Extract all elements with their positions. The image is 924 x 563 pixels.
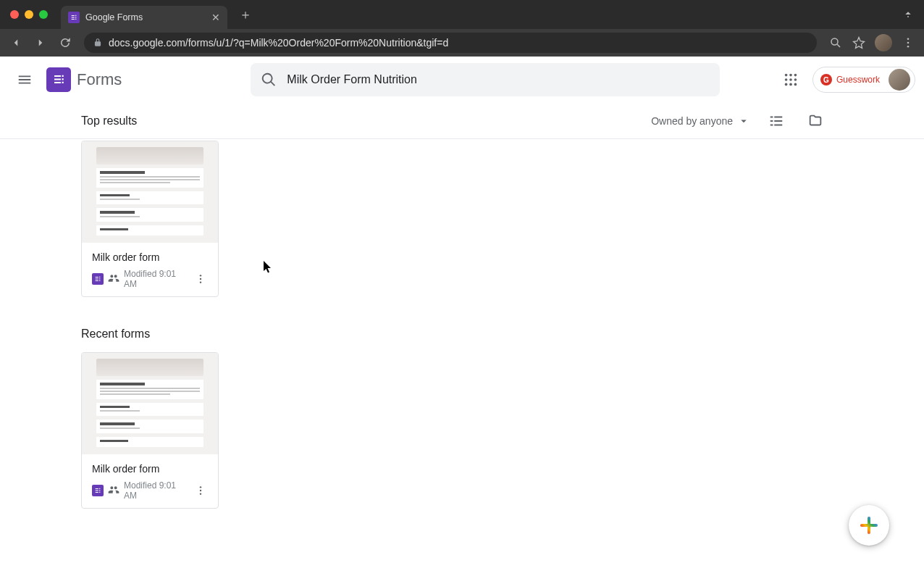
owned-by-dropdown[interactable]: Owned by anyone	[651, 114, 750, 128]
card-title: Milk order form	[92, 463, 208, 475]
forms-file-icon	[92, 273, 104, 285]
main-menu-button[interactable]	[9, 64, 41, 96]
card-thumbnail	[82, 141, 218, 243]
top-results-grid: Milk order form Modified 9:01 AM	[81, 141, 843, 297]
back-button[interactable]	[6, 33, 26, 53]
open-file-picker-button[interactable]	[802, 108, 828, 134]
svg-point-1	[831, 38, 838, 45]
tab-title: Google Forms	[85, 12, 206, 22]
lock-icon	[93, 38, 103, 48]
list-view-button[interactable]	[763, 108, 789, 134]
svg-point-18	[200, 490, 201, 491]
chevron-down-icon	[737, 114, 750, 128]
forms-file-icon	[92, 485, 104, 496]
browser-profile-avatar[interactable]	[875, 34, 892, 51]
maximize-window-button[interactable]	[39, 10, 48, 19]
browser-tab[interactable]: Google Forms ✕	[61, 6, 227, 29]
browser-chrome: Google Forms ✕ ＋ docs.google.com/forms/u…	[0, 0, 924, 57]
reload-button[interactable]	[55, 33, 75, 53]
svg-point-11	[785, 83, 788, 86]
svg-point-6	[789, 74, 792, 77]
minimize-window-button[interactable]	[25, 10, 33, 19]
zoom-icon[interactable]	[826, 33, 846, 53]
card-meta: Modified 9:01 AM	[92, 480, 208, 501]
card-info: Milk order form Modified 9:01 AM	[82, 454, 218, 508]
search-icon	[261, 72, 277, 88]
forms-logo-icon	[46, 67, 71, 92]
user-avatar[interactable]	[889, 69, 910, 91]
svg-point-4	[907, 46, 910, 48]
svg-point-14	[200, 275, 201, 276]
close-tab-icon[interactable]: ✕	[211, 12, 220, 23]
forms-logo[interactable]: Forms	[46, 67, 122, 92]
svg-point-17	[200, 486, 201, 488]
card-modified: Modified 9:01 AM	[124, 269, 189, 289]
content-area: Milk order form Modified 9:01 AM Recent …	[0, 139, 924, 563]
address-bar-actions	[826, 33, 918, 53]
url-field[interactable]: docs.google.com/forms/u/1/?q=Milk%20Orde…	[84, 33, 817, 53]
recent-forms-title: Recent forms	[81, 328, 843, 341]
results-toolbar: Top results Owned by anyone	[0, 103, 924, 139]
new-tab-button[interactable]: ＋	[239, 6, 252, 23]
window-controls	[10, 10, 48, 19]
app-name: Forms	[77, 70, 122, 89]
svg-point-15	[200, 278, 201, 280]
shared-icon	[108, 484, 119, 498]
svg-point-0	[907, 16, 909, 17]
owned-by-label: Owned by anyone	[651, 115, 733, 127]
svg-point-7	[794, 74, 797, 77]
form-card[interactable]: Milk order form Modified 9:01 AM	[81, 141, 219, 297]
card-title: Milk order form	[92, 251, 208, 263]
shared-icon	[108, 272, 119, 286]
url-text: docs.google.com/forms/u/1/?q=Milk%20Orde…	[109, 37, 448, 49]
svg-point-3	[907, 42, 910, 44]
card-meta: Modified 9:01 AM	[92, 269, 208, 289]
svg-point-13	[794, 83, 797, 86]
tab-strip: Google Forms ✕ ＋	[0, 0, 924, 29]
svg-point-10	[794, 78, 797, 81]
forward-button[interactable]	[30, 33, 51, 53]
svg-point-12	[789, 83, 792, 86]
guesswork-badge-icon: G	[820, 74, 832, 86]
search-box[interactable]	[251, 63, 720, 96]
search-wrap	[251, 63, 720, 96]
card-info: Milk order form Modified 9:01 AM	[82, 243, 218, 296]
card-menu-button[interactable]	[193, 483, 208, 498]
header-right: G Guesswork	[775, 64, 915, 96]
close-window-button[interactable]	[10, 10, 19, 19]
google-apps-button[interactable]	[775, 64, 807, 96]
top-results-title: Top results	[81, 114, 137, 128]
create-form-fab[interactable]	[849, 505, 889, 546]
card-menu-button[interactable]	[193, 272, 208, 286]
account-chip[interactable]: G Guesswork	[812, 67, 915, 93]
browser-menu-icon[interactable]	[898, 33, 918, 53]
tab-overflow-icon[interactable]	[898, 4, 918, 25]
svg-point-19	[200, 493, 201, 494]
card-thumbnail	[82, 353, 218, 454]
svg-point-8	[785, 78, 788, 81]
address-bar: docs.google.com/forms/u/1/?q=Milk%20Orde…	[0, 29, 924, 57]
forms-favicon-icon	[68, 12, 80, 23]
search-input[interactable]	[287, 73, 710, 86]
svg-point-5	[785, 74, 788, 77]
svg-point-16	[200, 281, 201, 283]
bookmark-star-icon[interactable]	[849, 33, 869, 53]
app-header: Forms G Guesswork	[0, 57, 924, 103]
svg-point-9	[789, 78, 792, 81]
plus-icon	[859, 515, 879, 535]
toolbar-right: Owned by anyone	[651, 108, 828, 134]
svg-point-2	[907, 38, 910, 40]
form-card[interactable]: Milk order form Modified 9:01 AM	[81, 352, 219, 509]
guesswork-label: Guesswork	[836, 75, 880, 85]
recent-forms-grid: Milk order form Modified 9:01 AM	[81, 352, 843, 509]
card-modified: Modified 9:01 AM	[124, 480, 189, 501]
